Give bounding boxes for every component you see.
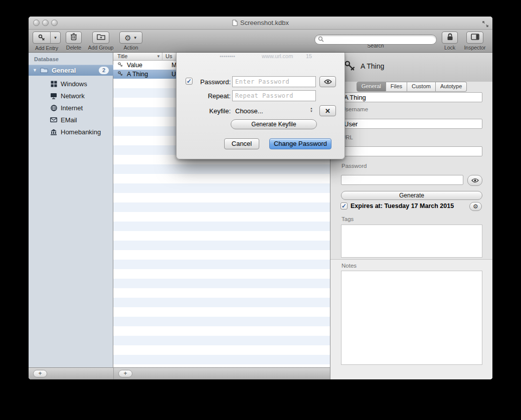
add-entry-label: Add Entry [32, 45, 61, 51]
sidebar-item-windows[interactable]: Windows [29, 78, 113, 90]
window-title-area: Screenshot.kdbx [29, 17, 492, 30]
network-icon [50, 93, 58, 99]
generate-keyfile-button[interactable]: Generate Keyfile [231, 119, 317, 129]
expires-settings-button[interactable]: ⚙ [469, 202, 482, 211]
dialog-reveal-password-button[interactable] [319, 76, 336, 87]
dialog-repeat-input[interactable] [232, 90, 316, 101]
content-area: Database ▼ General 2 Windows [29, 53, 492, 379]
sidebar: Database ▼ General 2 Windows [29, 53, 113, 367]
sidebar-item-label: Homebanking [61, 128, 101, 136]
delete-button[interactable] [66, 32, 82, 44]
dialog-password-label: Password: [191, 78, 231, 86]
tab-general[interactable]: General [357, 82, 386, 92]
dialog-repeat-label: Repeat: [191, 92, 231, 100]
inspector-panel: A Thing General Files Custom Autotype Us… [330, 53, 492, 379]
sidebar-item-label: Network [61, 92, 85, 100]
fullscreen-icon[interactable] [482, 20, 488, 26]
notes-input[interactable] [341, 271, 482, 365]
dialog-clear-keyfile-button[interactable]: ✕ [319, 105, 336, 116]
search-toolbar-item: Search [314, 32, 437, 49]
reveal-password-button[interactable] [467, 175, 482, 186]
lock-toolbar-item: Lock [441, 32, 459, 51]
add-group-button[interactable] [92, 32, 109, 44]
tab-autotype[interactable]: Autotype [436, 82, 467, 92]
password-label: Password [341, 163, 367, 169]
sidebar-item-network[interactable]: Network [29, 90, 113, 102]
tags-label: Tags [341, 216, 354, 222]
lock-button[interactable] [442, 32, 458, 44]
change-password-button[interactable]: Change Password [269, 138, 331, 149]
globe-icon [50, 105, 58, 111]
window-title: Screenshot.kdbx [240, 19, 289, 27]
sidebar-item-email[interactable]: EMail [29, 114, 113, 126]
action-toolbar-item: ⚙ ▼ Action [119, 32, 143, 51]
search-icon [318, 35, 324, 44]
sidebar-item-label: Internet [61, 104, 83, 112]
expires-row: ✓ Expires at: Tuesday 17 March 2015 [340, 202, 454, 209]
document-icon [232, 18, 238, 31]
title-field[interactable] [341, 92, 482, 102]
generate-password-button[interactable]: Generate [341, 191, 482, 200]
inspector-button[interactable] [466, 32, 483, 44]
popup-stepper-icon[interactable]: ▲▼ [310, 107, 313, 113]
column-header-title[interactable]: Title [117, 53, 127, 59]
envelope-icon [50, 117, 58, 122]
cancel-button[interactable]: Cancel [224, 138, 259, 149]
tab-custom[interactable]: Custom [407, 82, 436, 92]
key-icon [117, 71, 123, 78]
chevron-down-icon[interactable]: ▼ [51, 32, 60, 43]
gear-icon: ⚙ [473, 203, 478, 209]
obscured-url-cell: www.url.com [262, 53, 293, 59]
column-divider[interactable] [162, 53, 162, 61]
trash-icon [70, 33, 77, 43]
sidebar-item-internet[interactable]: Internet [29, 102, 113, 114]
inspector-header: A Thing [330, 53, 492, 82]
tags-input[interactable] [341, 225, 482, 258]
username-field[interactable] [341, 119, 482, 129]
windows-icon [50, 81, 58, 87]
dialog-password-input[interactable] [232, 76, 316, 87]
sidebar-group-label: General [52, 67, 99, 74]
inspector-panel-icon [471, 33, 479, 42]
inspector-tabs: General Files Custom Autotype [330, 82, 492, 92]
bottom-bar: + + [29, 367, 330, 379]
list-add-button[interactable]: + [118, 370, 132, 377]
titlebar[interactable]: Screenshot.kdbx [29, 17, 492, 30]
lock-label: Lock [441, 45, 459, 51]
delete-label: Delete [65, 45, 83, 51]
eye-icon [324, 77, 332, 86]
search-field[interactable] [314, 35, 437, 45]
gear-icon: ⚙ [124, 34, 131, 42]
url-field[interactable] [341, 146, 482, 156]
action-button[interactable]: ⚙ ▼ [119, 32, 142, 44]
add-group-toolbar-item: Add Group [86, 32, 116, 51]
username-label: Username [341, 106, 368, 112]
column-header-username[interactable]: Us [165, 53, 172, 59]
action-label: Action [119, 45, 143, 51]
close-icon: ✕ [325, 107, 330, 115]
chevron-down-icon: ▼ [133, 36, 137, 40]
search-input[interactable] [326, 36, 433, 44]
notes-section: Notes [330, 259, 492, 379]
sort-indicator-icon: ▼ [156, 54, 160, 59]
sidebar-item-homebanking[interactable]: Homebanking [29, 126, 113, 138]
disclosure-triangle-icon[interactable]: ▼ [33, 68, 37, 73]
add-entry-button[interactable]: ▼ [33, 32, 61, 44]
change-password-dialog: •••••••• www.url.com 15 ✓ Password: Repe… [176, 53, 345, 159]
inspector-toolbar-item: Inspector [462, 32, 488, 51]
keyfile-popup[interactable]: Choose... [235, 107, 263, 115]
dialog-keyfile-label: Keyfile: [191, 107, 231, 115]
sidebar-item-label: EMail [61, 116, 77, 124]
add-group-label: Add Group [86, 45, 116, 51]
key-icon [117, 62, 123, 69]
tab-files[interactable]: Files [386, 82, 407, 92]
sidebar-group-general[interactable]: ▼ General 2 [29, 65, 113, 76]
notes-label: Notes [341, 263, 357, 269]
sidebar-add-button[interactable]: + [33, 370, 47, 377]
sidebar-item-label: Windows [61, 80, 87, 88]
folder-plus-icon [97, 33, 105, 42]
desktop: Screenshot.kdbx ▼ Add Entry [0, 0, 521, 420]
expires-checkbox[interactable]: ✓ [340, 202, 348, 209]
password-field[interactable] [341, 175, 463, 185]
obscured-modified-cell: 15 [306, 53, 312, 59]
